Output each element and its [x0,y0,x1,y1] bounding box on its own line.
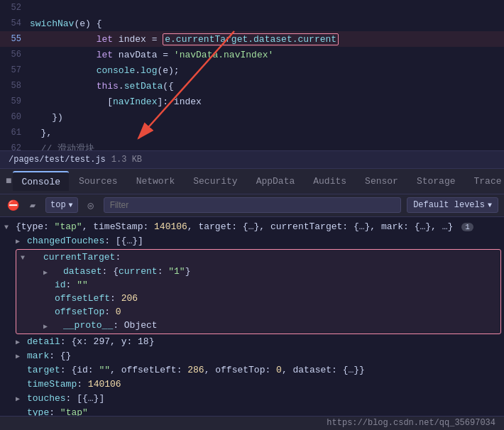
entry-text: changedTouches [27,236,104,246]
file-tab: /pages/test/test.js 1.3 KB [9,155,142,165]
entry-badge: 1 [461,223,473,231]
code-editor: 52 54 swichNav(e) { 55 let index = e.cur… [0,0,504,150]
console-entry-detail[interactable]: ▶ detail: {x: 297, y: 18} [0,335,504,349]
tab-console[interactable]: Console [13,171,69,191]
file-size: 1.3 KB [111,155,142,165]
pause-icon[interactable]: ▰ [26,198,40,212]
console-entry-timestamp: timeStamp: 140106 [0,377,504,392]
filter-input[interactable] [104,197,402,213]
tab-sensor[interactable]: Sensor [356,171,407,191]
line-number: 62 [0,143,30,150]
line-number: 58 [0,81,30,91]
console-entry-touches[interactable]: ▶ touches: [{…}] [0,392,504,406]
inspect-icon[interactable]: ■ [6,174,11,188]
tab-network[interactable]: Network [128,171,184,191]
id-entry: id: "" [43,279,495,292]
console-entry-type: type: "tap" [0,406,504,416]
line-number: 52 [0,3,30,13]
line-number: 54 [0,18,30,28]
console-toolbar: ⛔ ▰ top ▼ ◎ Default levels ▼ [0,194,504,217]
context-value: top [50,200,66,210]
tab-bar: ■ Console Sources Network Security AppDa… [0,169,504,194]
context-select[interactable]: top ▼ [45,197,78,213]
line-number: 59 [0,97,30,106]
line-content: ▪ switchTab(e) {··· [30,148,504,150]
tab-audits[interactable]: Audits [305,171,355,191]
line-number: 57 [0,65,30,75]
eye-icon[interactable]: ◎ [84,198,98,212]
devtools-panel: ■ Console Sources Network Security AppDa… [0,169,504,416]
tab-sources[interactable]: Sources [70,171,126,191]
code-line-59: 59 [navIndex]: index [0,94,504,109]
console-entry-changed-touches[interactable]: ▶ changedTouches: [{…}] [0,234,504,248]
console-entry-object[interactable]: ▼ {type: "tap", timeStamp: 140106, targe… [0,220,504,234]
offset-top-entry: offsetTop: 0 [43,306,495,319]
console-entry-target: target: {id: "", offsetLeft: 286, offset… [0,363,504,377]
code-line-52: 52 [0,0,504,16]
status-link: https://blog.csdn.net/qq_35697034 [327,418,495,428]
context-arrow: ▼ [69,202,73,209]
clear-console-icon[interactable]: ⛔ [6,198,20,212]
status-bar: https://blog.csdn.net/qq_35697034 [0,416,504,430]
tab-security[interactable]: Security [185,171,246,191]
code-line-61: 61 }, [0,125,504,140]
tab-trace[interactable]: Trace [466,171,505,191]
line-number: 60 [0,112,30,122]
file-tab-bar: /pages/test/test.js 1.3 KB [0,150,504,169]
line-number: 61 [0,128,30,138]
dataset-entry[interactable]: ▶ dataset: {current: "1"} [43,265,495,278]
app-container: 52 54 swichNav(e) { 55 let index = e.cur… [0,0,504,430]
tab-appdata[interactable]: AppData [248,171,304,191]
entry-text: {type: "tap", timeStamp: 140106, target:… [16,221,453,232]
line-content: }) [30,112,504,123]
file-path: /pages/test/test.js [9,155,106,165]
console-entry-mark[interactable]: ▶ mark: {} [0,349,504,363]
line-number: 56 [0,50,30,60]
tab-storage[interactable]: Storage [408,171,464,191]
line-content: }, [30,128,504,138]
line-number: 55 [0,34,30,44]
default-levels-button[interactable]: Default levels ▼ [407,197,498,213]
chevron-down-icon: ▼ [488,202,492,209]
proto-entry[interactable]: ▶ __proto__: Object [43,319,495,332]
code-line-60: 60 }) [0,109,504,125]
console-entry-current-target[interactable]: ▼ currentTarget: ▶ dataset: {current: "1… [16,249,501,334]
console-output: ▼ {type: "tap", timeStamp: 140106, targe… [0,217,504,416]
offset-left-entry: offsetLeft: 206 [43,292,495,305]
default-levels-label: Default levels [413,200,485,210]
entry-label: currentTarget [43,252,115,263]
